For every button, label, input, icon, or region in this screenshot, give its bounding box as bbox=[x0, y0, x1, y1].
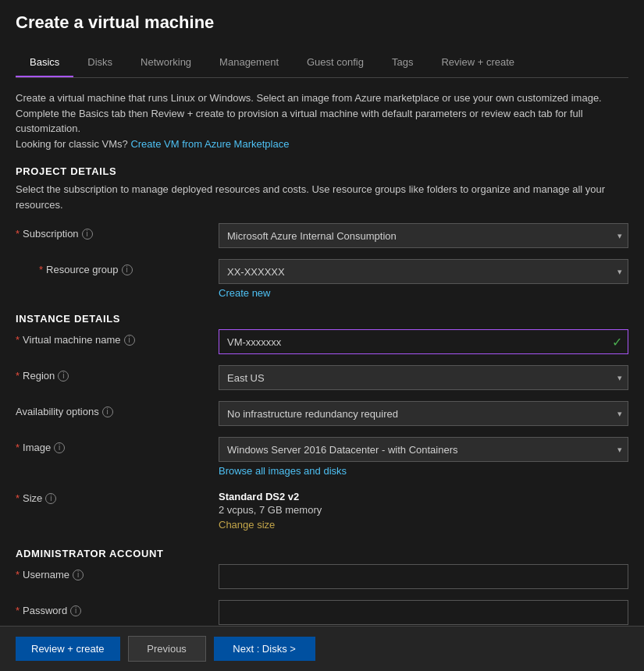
resource-group-label: Resource group bbox=[46, 264, 119, 275]
username-control bbox=[219, 564, 628, 589]
username-required: * bbox=[16, 569, 20, 580]
image-control: Windows Server 2016 Datacenter - with Co… bbox=[219, 437, 628, 477]
region-select[interactable]: East US bbox=[219, 365, 628, 390]
password-control bbox=[219, 600, 628, 625]
subscription-dropdown-wrapper: Microsoft Azure Internal Consumption ▾ bbox=[219, 223, 628, 248]
password-info-icon[interactable]: i bbox=[70, 605, 81, 616]
availability-row: Availability options i No infrastructure… bbox=[16, 401, 628, 426]
region-required: * bbox=[16, 370, 20, 382]
resource-group-select[interactable]: XX-XXXXXX bbox=[219, 259, 628, 284]
review-create-button[interactable]: Review + create bbox=[16, 637, 120, 661]
subscription-info-icon[interactable]: i bbox=[82, 229, 93, 240]
create-new-link[interactable]: Create new bbox=[219, 287, 270, 299]
next-disks-button[interactable]: Next : Disks > bbox=[214, 637, 315, 661]
username-row: * Username i bbox=[16, 564, 628, 589]
image-row: * Image i Windows Server 2016 Datacenter… bbox=[16, 437, 628, 477]
vm-name-label: Virtual machine name bbox=[23, 334, 121, 346]
tab-tags[interactable]: Tags bbox=[378, 48, 427, 77]
region-dropdown-wrapper: East US ▾ bbox=[219, 365, 628, 390]
image-info-icon[interactable]: i bbox=[54, 442, 65, 453]
vm-name-label-col: * Virtual machine name i bbox=[16, 329, 219, 346]
availability-info-icon[interactable]: i bbox=[102, 407, 113, 417]
availability-select[interactable]: No infrastructure redundancy required bbox=[219, 401, 628, 426]
description-main: Create a virtual machine that runs Linux… bbox=[16, 92, 602, 134]
size-specs: 2 vcpus, 7 GB memory bbox=[219, 504, 628, 516]
browse-images-link[interactable]: Browse all images and disks bbox=[219, 465, 347, 477]
username-input[interactable] bbox=[219, 564, 628, 589]
size-info-icon[interactable]: i bbox=[45, 493, 56, 504]
resource-group-row: * Resource group i XX-XXXXXX ▾ Create ne… bbox=[16, 259, 628, 299]
region-label: Region bbox=[23, 370, 55, 382]
size-required: * bbox=[16, 492, 20, 504]
region-info-icon[interactable]: i bbox=[58, 371, 69, 382]
tab-management[interactable]: Management bbox=[205, 48, 293, 77]
password-label: Password bbox=[23, 605, 67, 616]
subscription-select[interactable]: Microsoft Azure Internal Consumption bbox=[219, 223, 628, 248]
resource-group-dropdown-wrapper: XX-XXXXXX ▾ bbox=[219, 259, 628, 284]
image-select[interactable]: Windows Server 2016 Datacenter - with Co… bbox=[219, 437, 628, 462]
username-label-col: * Username i bbox=[16, 564, 219, 580]
size-name: Standard DS2 v2 bbox=[219, 491, 628, 502]
change-size-link[interactable]: Change size bbox=[219, 519, 275, 531]
size-label-col: * Size i bbox=[16, 488, 219, 504]
image-label: Image bbox=[23, 442, 51, 453]
username-info-icon[interactable]: i bbox=[73, 570, 84, 580]
subscription-required: * bbox=[16, 228, 20, 240]
resource-group-label-col: * Resource group i bbox=[16, 259, 219, 275]
instance-details-title: INSTANCE DETAILS bbox=[16, 313, 628, 325]
subscription-control: Microsoft Azure Internal Consumption ▾ bbox=[219, 223, 628, 248]
tab-basics[interactable]: Basics bbox=[16, 48, 73, 77]
size-row: * Size i Standard DS2 v2 2 vcpus, 7 GB m… bbox=[16, 488, 628, 534]
project-details-title: PROJECT DETAILS bbox=[16, 165, 628, 177]
username-label: Username bbox=[23, 569, 69, 580]
resource-group-info-icon[interactable]: i bbox=[122, 264, 133, 275]
tabs-bar: Basics Disks Networking Management Guest… bbox=[16, 48, 628, 78]
admin-account-title: ADMINISTRATOR ACCOUNT bbox=[16, 548, 628, 559]
bottom-bar: Review + create Previous Next : Disks > bbox=[0, 626, 644, 671]
availability-label: Availability options bbox=[16, 406, 99, 417]
project-details-desc: Select the subscription to manage deploy… bbox=[16, 182, 628, 212]
previous-button[interactable]: Previous bbox=[128, 636, 206, 662]
password-required: * bbox=[16, 605, 20, 616]
size-control: Standard DS2 v2 2 vcpus, 7 GB memory Cha… bbox=[219, 488, 628, 534]
password-input[interactable] bbox=[219, 600, 628, 625]
subscription-label-col: * Subscription i bbox=[16, 223, 219, 240]
resource-group-required: * bbox=[39, 264, 43, 275]
vm-name-control: ✓ bbox=[219, 329, 628, 354]
size-info-block: Standard DS2 v2 2 vcpus, 7 GB memory Cha… bbox=[219, 488, 628, 534]
password-row: * Password i bbox=[16, 600, 628, 625]
subscription-label: Subscription bbox=[23, 228, 79, 240]
availability-label-col: Availability options i bbox=[16, 401, 219, 417]
size-label: Size bbox=[23, 492, 42, 504]
vm-name-input[interactable] bbox=[219, 329, 628, 354]
page-title: Create a virtual machine bbox=[16, 12, 628, 33]
password-label-col: * Password i bbox=[16, 600, 219, 616]
subscription-row: * Subscription i Microsoft Azure Interna… bbox=[16, 223, 628, 248]
classic-prompt: Looking for classic VMs? bbox=[16, 138, 128, 150]
tab-disks[interactable]: Disks bbox=[73, 48, 126, 77]
image-dropdown-wrapper: Windows Server 2016 Datacenter - with Co… bbox=[219, 437, 628, 462]
region-control: East US ▾ bbox=[219, 365, 628, 390]
tab-guestconfig[interactable]: Guest config bbox=[293, 48, 378, 77]
vm-name-input-wrapper: ✓ bbox=[219, 329, 628, 354]
availability-dropdown-wrapper: No infrastructure redundancy required ▾ bbox=[219, 401, 628, 426]
vm-name-row: * Virtual machine name i ✓ bbox=[16, 329, 628, 354]
image-label-col: * Image i bbox=[16, 437, 219, 453]
vm-name-info-icon[interactable]: i bbox=[124, 335, 135, 346]
tab-networking[interactable]: Networking bbox=[126, 48, 205, 77]
region-label-col: * Region i bbox=[16, 365, 219, 382]
vm-name-check-icon: ✓ bbox=[612, 335, 622, 350]
vm-name-required: * bbox=[16, 334, 20, 346]
classic-vm-link[interactable]: Create VM from Azure Marketplace bbox=[130, 138, 289, 150]
description-block: Create a virtual machine that runs Linux… bbox=[16, 91, 628, 151]
region-row: * Region i East US ▾ bbox=[16, 365, 628, 390]
tab-review-create[interactable]: Review + create bbox=[427, 48, 528, 77]
resource-group-control: XX-XXXXXX ▾ Create new bbox=[219, 259, 628, 299]
availability-control: No infrastructure redundancy required ▾ bbox=[219, 401, 628, 426]
image-required: * bbox=[16, 442, 20, 453]
